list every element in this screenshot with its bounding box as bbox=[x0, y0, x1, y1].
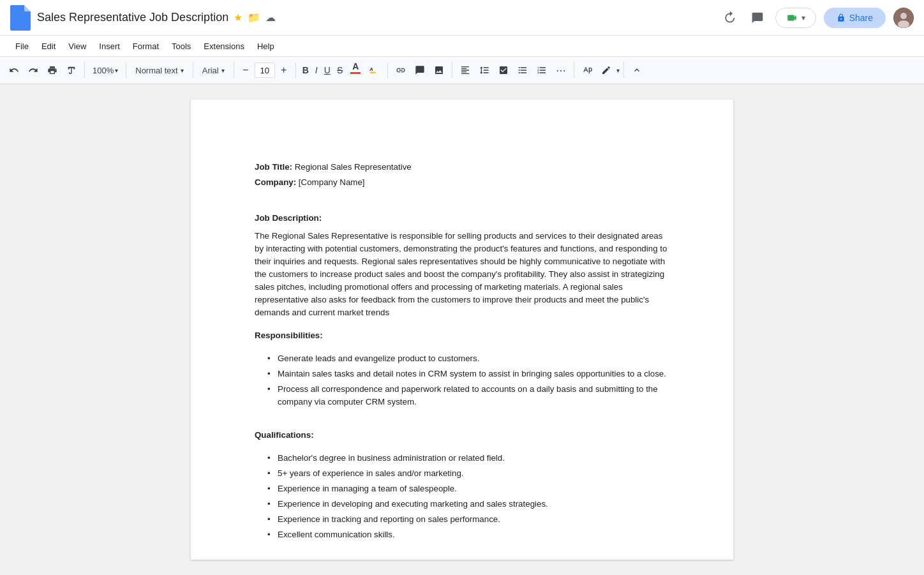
svg-rect-4 bbox=[370, 72, 376, 73]
company-value: [Company Name] bbox=[296, 177, 364, 187]
zoom-dropdown[interactable]: 100% ▾ bbox=[89, 61, 122, 79]
checklist-button[interactable] bbox=[495, 61, 512, 79]
menu-extensions[interactable]: Extensions bbox=[198, 39, 250, 54]
toolbar-divider-5 bbox=[295, 63, 296, 78]
paint-format-button[interactable] bbox=[63, 61, 80, 79]
font-family-label: Arial bbox=[202, 66, 219, 75]
text-color-label: A bbox=[352, 61, 359, 71]
meet-chevron: ▾ bbox=[801, 13, 805, 22]
toolbar-divider-3 bbox=[193, 63, 193, 78]
list-item: 5+ years of experience in sales and/or m… bbox=[267, 467, 669, 480]
top-gap bbox=[255, 151, 669, 161]
align-button[interactable] bbox=[456, 61, 474, 79]
toolbar-divider-4 bbox=[234, 63, 234, 78]
text-color-indicator bbox=[350, 72, 361, 74]
font-size-input[interactable] bbox=[255, 63, 275, 78]
toolbar-divider-2 bbox=[126, 63, 126, 78]
company-label: Company: bbox=[255, 177, 296, 187]
print-button[interactable] bbox=[43, 61, 61, 79]
document-content[interactable]: Job Title: Regional Sales Representative… bbox=[255, 151, 669, 541]
font-size-control: − + bbox=[238, 61, 292, 79]
menu-tools[interactable]: Tools bbox=[167, 39, 196, 54]
zoom-value: 100% bbox=[93, 66, 114, 75]
collapse-toolbar-button[interactable] bbox=[628, 61, 646, 79]
increase-font-button[interactable]: + bbox=[276, 61, 292, 79]
list-item: Experience in tracking and reporting on … bbox=[267, 513, 669, 526]
more-button[interactable]: ⋯ bbox=[552, 61, 570, 79]
italic-button[interactable]: I bbox=[313, 61, 320, 79]
title-action-icons: ★ 📁 ☁ bbox=[234, 11, 276, 24]
link-button[interactable] bbox=[392, 61, 410, 79]
menu-insert[interactable]: Insert bbox=[94, 39, 125, 54]
menu-view[interactable]: View bbox=[63, 39, 91, 54]
meet-button[interactable]: ▾ bbox=[775, 8, 816, 28]
job-desc-body: The Regional Sales Representative is res… bbox=[255, 230, 669, 319]
menu-format[interactable]: Format bbox=[128, 39, 164, 54]
menu-edit[interactable]: Edit bbox=[36, 39, 61, 54]
job-desc-heading: Job Description: bbox=[255, 212, 669, 225]
bullet-list-button[interactable] bbox=[514, 61, 532, 79]
comments-button[interactable] bbox=[747, 8, 768, 28]
list-item: Generate leads and evangelize product to… bbox=[267, 352, 669, 365]
menu-bar: File Edit View Insert Format Tools Exten… bbox=[0, 36, 924, 56]
font-chevron: ▾ bbox=[221, 67, 225, 74]
spellcheck-button[interactable] bbox=[578, 61, 596, 79]
svg-text:A: A bbox=[369, 66, 373, 72]
responsibilities-list: Generate leads and evangelize product to… bbox=[267, 352, 669, 408]
highlight-button[interactable]: A bbox=[366, 61, 384, 79]
responsibilities-heading: Responsibilities: bbox=[255, 329, 669, 342]
share-button[interactable]: Share bbox=[824, 8, 886, 28]
toolbar-divider-9 bbox=[623, 63, 624, 78]
share-label: Share bbox=[849, 13, 873, 23]
menu-file[interactable]: File bbox=[10, 39, 34, 54]
user-avatar[interactable] bbox=[893, 8, 914, 28]
list-item: Bachelor's degree in business administra… bbox=[267, 452, 669, 465]
header-right: ▾ Share bbox=[719, 8, 914, 28]
qualifications-list: Bachelor's degree in business administra… bbox=[267, 452, 669, 541]
job-title-label: Job Title: bbox=[255, 162, 292, 172]
star-icon[interactable]: ★ bbox=[234, 11, 242, 24]
qualifications-heading: Qualifications: bbox=[255, 429, 669, 442]
text-style-label: Normal text bbox=[135, 66, 177, 75]
gap-4 bbox=[255, 447, 669, 452]
line-spacing-button[interactable] bbox=[475, 61, 493, 79]
list-item: Experience in developing and executing m… bbox=[267, 498, 669, 511]
list-item: Process all correspondence and paperwork… bbox=[267, 383, 669, 408]
toolbar-divider-6 bbox=[387, 63, 388, 78]
svg-point-2 bbox=[898, 20, 909, 28]
document-page: Job Title: Regional Sales Representative… bbox=[191, 100, 733, 560]
text-style-dropdown[interactable]: Normal text ▾ bbox=[130, 61, 188, 79]
job-title-line: Job Title: Regional Sales Representative bbox=[255, 161, 669, 174]
company-line: Company: [Company Name] bbox=[255, 176, 669, 189]
text-color-button[interactable]: A bbox=[346, 61, 364, 79]
toolbar-divider-7 bbox=[452, 63, 452, 78]
image-button[interactable] bbox=[430, 61, 448, 79]
toolbar-divider-8 bbox=[574, 63, 574, 78]
gap-2 bbox=[255, 347, 669, 352]
decrease-font-button[interactable]: − bbox=[238, 61, 253, 79]
list-item: Experience in managing a team of salespe… bbox=[267, 482, 669, 495]
strikethrough-button[interactable]: S bbox=[334, 61, 345, 79]
undo-button[interactable] bbox=[5, 61, 23, 79]
comment-button[interactable] bbox=[411, 61, 429, 79]
gap-3 bbox=[255, 414, 669, 419]
font-family-dropdown[interactable]: Arial ▾ bbox=[197, 61, 230, 79]
pen-button[interactable] bbox=[597, 61, 615, 79]
document-area[interactable]: Job Title: Regional Sales Representative… bbox=[0, 84, 924, 575]
list-item: Maintain sales tasks and detail notes in… bbox=[267, 368, 669, 380]
document-title[interactable]: Sales Representative Job Description bbox=[37, 11, 228, 24]
bold-button[interactable]: B bbox=[300, 61, 311, 79]
job-title-value: Regional Sales Representative bbox=[292, 162, 412, 172]
docs-logo-icon bbox=[10, 5, 31, 31]
zoom-chevron: ▾ bbox=[115, 67, 118, 74]
cloud-icon[interactable]: ☁ bbox=[265, 11, 276, 24]
svg-point-1 bbox=[900, 13, 907, 19]
folder-icon[interactable]: 📁 bbox=[248, 11, 260, 24]
title-bar: Sales Representative Job Description ★ 📁… bbox=[0, 0, 924, 36]
redo-button[interactable] bbox=[24, 61, 42, 79]
underline-button[interactable]: U bbox=[322, 61, 333, 79]
menu-help[interactable]: Help bbox=[252, 39, 279, 54]
history-button[interactable] bbox=[719, 8, 740, 28]
numbered-list-button[interactable] bbox=[533, 61, 551, 79]
list-item: Excellent communication skills. bbox=[267, 528, 669, 541]
